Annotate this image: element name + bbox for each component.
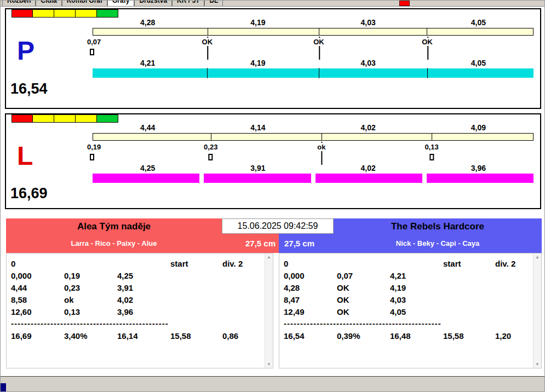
split-value: 4,05 xyxy=(423,18,533,27)
dog-times-row: 4,25 3,91 4,02 3,96 xyxy=(93,164,533,172)
team-left-results-box[interactable]: 0 start div. 2 0,000 0,19 4,25 4,44 0,23… xyxy=(6,253,273,368)
result-cell xyxy=(495,306,530,318)
cumulative-splits-row: 4,28 4,19 4,03 4,05 xyxy=(93,18,533,27)
separator-line: ----------------------------------------… xyxy=(11,318,170,329)
total-cell: 15,58 xyxy=(443,330,495,342)
result-cell: 0,000 xyxy=(11,270,64,282)
cumulative-splits-row: 4,44 4,14 4,02 4,09 xyxy=(93,123,533,132)
total-cell: 0,86 xyxy=(222,330,262,342)
tab-grafy[interactable]: Grafy xyxy=(107,1,134,7)
tab-druzstva[interactable]: Družstva xyxy=(134,1,172,7)
app-window: Rozbeh Cidla Kombi Graf Grafy Družstva K… xyxy=(0,0,545,392)
mark-label: OK xyxy=(312,38,326,46)
separator-line: ----------------------------------------… xyxy=(284,318,443,329)
tab-kombi-graf[interactable]: Kombi Graf xyxy=(62,1,107,7)
result-cell: 3,91 xyxy=(117,282,170,294)
tab-bar: Rozbeh Cidla Kombi Graf Grafy Družstva K… xyxy=(1,1,544,7)
result-cell: 4,44 xyxy=(11,282,64,294)
result-cell xyxy=(495,282,530,294)
tab-cidla[interactable]: Cidla xyxy=(36,1,61,7)
result-cell: 4,05 xyxy=(390,306,443,318)
result-cell xyxy=(443,282,495,294)
tab-rozbeh[interactable]: Rozbeh xyxy=(2,1,36,7)
total-cell: 3,40% xyxy=(64,330,117,342)
light-yellow-1 xyxy=(33,114,54,123)
mark-label: 0,13 xyxy=(423,143,440,151)
results-header-cell: start xyxy=(443,258,495,270)
split-value: 4,05 xyxy=(423,59,533,67)
split-value: 4,03 xyxy=(313,18,423,27)
scroll-down-icon[interactable]: ▼ xyxy=(533,362,541,367)
change-mark: OK xyxy=(200,38,215,46)
light-yellow-2 xyxy=(54,9,76,18)
scroll-up-icon[interactable]: ▲ xyxy=(265,255,273,260)
total-cell: 16,54 xyxy=(284,330,337,342)
results-header-cell: div. 2 xyxy=(495,258,530,270)
total-cell: 15,58 xyxy=(170,330,222,342)
result-cell xyxy=(443,318,495,329)
result-cell xyxy=(222,318,262,329)
team-left-name: Alea Tým naděje xyxy=(6,221,222,232)
tab-kr-5t[interactable]: KR / 5T xyxy=(172,1,204,7)
result-cell: ok xyxy=(64,294,117,306)
change-mark: 0,13 xyxy=(423,143,440,160)
segment-divider xyxy=(319,68,319,78)
mark-label: ok xyxy=(315,143,327,151)
result-cell xyxy=(443,294,495,306)
result-cell: 8,58 xyxy=(11,294,64,306)
result-cell xyxy=(222,294,262,306)
scroll-up-icon[interactable]: ▲ xyxy=(533,255,541,260)
team-right-results-box[interactable]: 0 start div. 2 0,000 0,07 4,21 4,28 OK 4… xyxy=(279,253,542,368)
result-cell xyxy=(495,294,530,306)
result-cell xyxy=(495,270,530,282)
result-cell: 12,49 xyxy=(284,306,337,318)
result-cell: OK xyxy=(337,282,390,294)
light-yellow-1 xyxy=(33,9,54,18)
split-value: 4,28 xyxy=(93,18,203,27)
result-cell: 0,13 xyxy=(64,306,117,318)
segment-divider xyxy=(427,68,428,78)
result-cell: 0,23 xyxy=(64,282,117,294)
total-cell: 1,20 xyxy=(495,330,530,342)
team-right-name: The Rebels Hardcore xyxy=(334,221,542,232)
result-cell: 4,03 xyxy=(390,294,443,306)
timeline-bar xyxy=(93,28,533,36)
lane-p-graph: 4,28 4,19 4,03 4,05 0,07 OK xyxy=(93,9,533,108)
result-cell: 0,000 xyxy=(284,270,337,282)
tab-dl[interactable]: DL xyxy=(204,1,223,7)
scrollbar-vertical[interactable]: ▲ ▼ xyxy=(533,253,541,368)
dog-times-bar xyxy=(93,68,533,78)
lane-l-graph: 4,44 4,14 4,02 4,09 0,19 0,23 xyxy=(93,114,533,208)
results-header-cell xyxy=(117,258,170,270)
segment-divider xyxy=(207,68,208,78)
dog-times-bar xyxy=(93,174,533,183)
split-value: 4,03 xyxy=(313,59,423,67)
total-cell: 16,14 xyxy=(117,330,170,342)
change-mark: 0,23 xyxy=(202,143,219,160)
result-cell xyxy=(222,282,262,294)
timeline-bar xyxy=(93,133,533,141)
result-cell: OK xyxy=(337,294,390,306)
fault-marker-icon xyxy=(90,49,94,55)
dog-time-segment xyxy=(427,174,533,183)
light-yellow-2 xyxy=(54,114,76,123)
split-value: 4,44 xyxy=(93,123,203,132)
light-red xyxy=(12,9,33,18)
dog-time-segment xyxy=(93,174,199,183)
team-right-members: Nick - Beky - Capi - Caya xyxy=(334,239,542,247)
team-left-members: Larra - Rico - Paixy - Alue xyxy=(6,239,222,247)
results-header-cell: div. 2 xyxy=(222,258,262,270)
result-cell xyxy=(222,270,262,282)
team-right-jump-height: 27,5 cm xyxy=(284,239,325,248)
results-header-cell: 0 xyxy=(284,258,337,270)
status-bar xyxy=(1,376,544,391)
scrollbar-vertical[interactable]: ▲ ▼ xyxy=(265,253,273,368)
scroll-down-icon[interactable]: ▼ xyxy=(265,362,273,367)
result-cell: 4,25 xyxy=(117,270,170,282)
change-mark: ok xyxy=(315,143,327,151)
results-header-cell: 0 xyxy=(11,258,64,270)
total-cell: 16,69 xyxy=(11,330,64,342)
team-left-results-grid: 0 start div. 2 0,000 0,19 4,25 4,44 0,23… xyxy=(7,253,273,342)
dog-times-row: 4,21 4,19 4,03 4,05 xyxy=(93,59,533,67)
result-cell: 3,96 xyxy=(117,306,170,318)
